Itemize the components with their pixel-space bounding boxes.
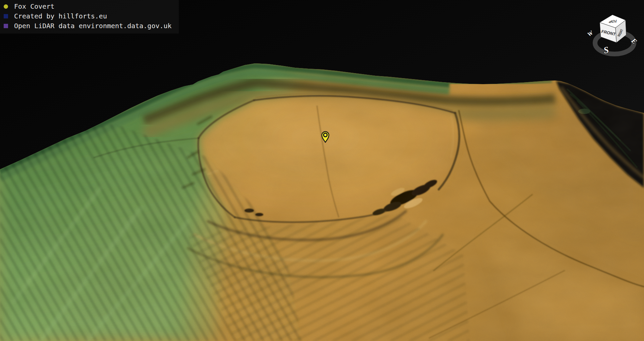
legend-row-site: Fox Covert	[4, 2, 179, 11]
lidar-viewer: TOP FRONT RIGHT W S E Fox Covert Created…	[0, 0, 644, 341]
terrain-canvas[interactable]: TOP FRONT RIGHT W S E	[0, 0, 644, 341]
legend-label-credit: Created by hillforts.eu	[14, 11, 107, 21]
site-marker-swatch	[4, 4, 8, 9]
legend-row-source: Open LiDAR data environment.data.gov.uk	[4, 21, 179, 31]
legend: Fox Covert Created by hillforts.eu Open …	[0, 0, 179, 34]
legend-label-source: Open LiDAR data environment.data.gov.uk	[14, 21, 172, 31]
source-swatch	[4, 24, 8, 28]
legend-row-credit: Created by hillforts.eu	[4, 11, 179, 21]
legend-label-site: Fox Covert	[14, 2, 54, 11]
credit-swatch	[4, 14, 8, 18]
